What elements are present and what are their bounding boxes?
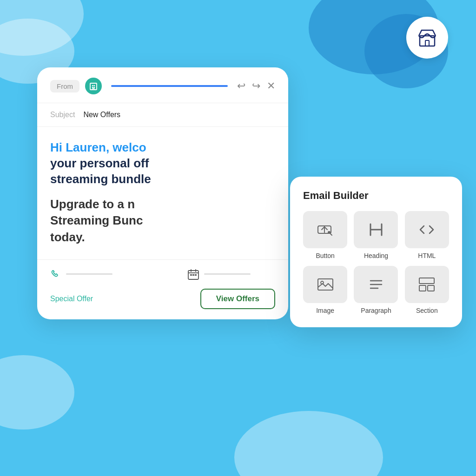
section-icon [416, 274, 437, 295]
html-label: HTML [418, 252, 436, 259]
html-icon-box [405, 211, 449, 248]
subject-value: New Offers [83, 111, 120, 119]
paragraph-icon [366, 274, 386, 295]
section-label: Section [416, 307, 438, 314]
svg-rect-15 [419, 278, 434, 284]
greeting-blue: Hi Lauren, welco [50, 140, 146, 154]
greeting-dark2: streaming bundle [50, 172, 151, 186]
view-offers-button[interactable]: View Offers [200, 289, 275, 309]
greeting-dark: your personal off [50, 156, 149, 170]
email-header: From ↩ ↪ ✕ [37, 67, 288, 103]
email-cta-row: Special Offer View Offers [37, 289, 288, 319]
subject-row: Subject New Offers [37, 103, 288, 127]
builder-item-html[interactable]: HTML [405, 211, 449, 259]
builder-grid: Button Heading HTML [303, 211, 449, 314]
undo-icon[interactable]: ↩ [237, 80, 245, 92]
builder-title: Email Builder [303, 190, 449, 202]
builder-item-section[interactable]: Section [405, 266, 449, 314]
heading-label: Heading [364, 252, 388, 259]
svg-rect-10 [195, 274, 197, 276]
footer-phone [50, 269, 163, 280]
svg-rect-17 [428, 285, 434, 291]
svg-rect-5 [92, 87, 93, 88]
bg-cloud-br [234, 411, 383, 476]
redo-icon[interactable]: ↪ [252, 80, 260, 92]
subject-label: Subject [50, 111, 75, 119]
svg-rect-2 [90, 83, 97, 90]
paragraph-icon-box [354, 266, 398, 303]
builder-item-image[interactable]: Image [303, 266, 347, 314]
phone-icon [50, 269, 61, 280]
email-greeting: Hi Lauren, welco your personal off strea… [50, 140, 275, 187]
svg-rect-8 [190, 274, 192, 276]
svg-rect-16 [419, 285, 426, 291]
builder-card: Email Builder Button Heading [290, 177, 462, 327]
email-footer-bar [37, 259, 288, 289]
calendar-icon [187, 268, 199, 280]
svg-rect-9 [192, 274, 194, 276]
button-icon [315, 219, 336, 240]
close-icon[interactable]: ✕ [267, 80, 275, 92]
html-icon [416, 219, 437, 240]
store-icon-circle [406, 17, 448, 59]
image-icon-box [303, 266, 347, 303]
header-actions: ↩ ↪ ✕ [237, 80, 275, 92]
image-icon [315, 274, 336, 295]
svg-rect-3 [92, 85, 93, 86]
bg-cloud-bl [0, 355, 74, 430]
calendar-line [204, 273, 251, 275]
heading-icon [366, 219, 386, 240]
footer-calendar [163, 268, 275, 280]
from-label: From [50, 80, 79, 93]
phone-line [66, 273, 112, 275]
store-icon [416, 26, 438, 49]
heading-icon-box [354, 211, 398, 248]
paragraph-label: Paragraph [361, 307, 391, 314]
building-icon [89, 81, 98, 91]
email-upgrade: Upgrade to a nStreaming Bunctoday. [50, 196, 275, 245]
image-label: Image [316, 307, 334, 314]
svg-rect-6 [94, 87, 95, 88]
svg-rect-1 [425, 40, 429, 46]
email-card: From ↩ ↪ ✕ Subject New Offers Hi Lauren,… [37, 67, 288, 319]
section-icon-box [405, 266, 449, 303]
sender-avatar [85, 78, 102, 94]
button-icon-box [303, 211, 347, 248]
special-offer-label: Special Offer [50, 295, 93, 303]
svg-rect-4 [94, 85, 95, 86]
button-label: Button [316, 252, 334, 259]
svg-rect-13 [318, 279, 333, 290]
progress-bar [111, 85, 228, 87]
builder-item-paragraph[interactable]: Paragraph [354, 266, 398, 314]
email-body: Hi Lauren, welco your personal off strea… [37, 127, 288, 245]
builder-item-heading[interactable]: Heading [354, 211, 398, 259]
builder-item-button[interactable]: Button [303, 211, 347, 259]
